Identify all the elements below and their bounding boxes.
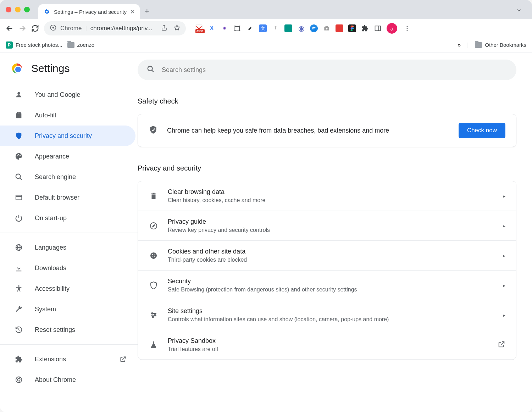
sidebar-item-appearance[interactable]: Appearance (0, 146, 135, 167)
svg-point-16 (351, 29, 353, 31)
launch-icon (118, 355, 128, 364)
svg-point-13 (352, 26, 354, 27)
row-clear-browsing-data[interactable]: Clear browsing data Clear history, cooki… (138, 181, 516, 211)
power-icon (14, 213, 23, 223)
safety-check-card: Chrome can help keep you safe from data … (138, 114, 516, 147)
site-info-icon[interactable] (50, 24, 57, 33)
extensions-row: 4531 X ✺ 文 ◉ (195, 24, 382, 32)
address-bar[interactable]: Chrome | chrome://settings/priv... (44, 21, 186, 35)
svg-marker-43 (153, 225, 155, 227)
settings-header: Settings (0, 59, 138, 84)
minimize-window-button[interactable] (15, 7, 21, 12)
settings-page: Settings You and Google Auto-fill Privac… (0, 52, 532, 412)
tab-title: Settings – Privacy and security (54, 9, 127, 15)
search-input[interactable] (162, 66, 507, 74)
svg-point-40 (148, 66, 153, 71)
svg-point-34 (18, 285, 20, 287)
sidebar-item-system[interactable]: System (0, 299, 135, 319)
svg-rect-17 (375, 26, 381, 30)
row-site-settings[interactable]: Site settings Controls what information … (138, 300, 516, 330)
ext-burst-icon[interactable]: ✺ (221, 24, 228, 32)
other-bookmarks-button[interactable]: Other Bookmarks (475, 42, 526, 48)
search-icon (14, 172, 23, 182)
gear-icon (43, 8, 50, 15)
svg-line-27 (20, 178, 22, 180)
bookmark-item-zoenzo[interactable]: zoenzo (67, 42, 94, 48)
ext-eyedropper-icon[interactable] (246, 24, 254, 32)
flask-icon (149, 340, 159, 350)
tune-icon (149, 310, 159, 320)
ext-teal-icon[interactable] (284, 24, 292, 32)
svg-point-15 (352, 27, 354, 29)
settings-search[interactable] (138, 60, 516, 80)
window-controls (6, 7, 30, 12)
share-icon[interactable] (161, 24, 167, 32)
sidebar-item-default-browser[interactable]: Default browser (0, 187, 135, 208)
sidebar-item-reset[interactable]: Reset settings (0, 319, 135, 340)
bookmark-item-pexels[interactable]: P Free stock photos... (6, 41, 62, 49)
sidebar-item-extensions[interactable]: Extensions (0, 349, 135, 369)
row-privacy-sandbox[interactable]: Privacy Sandbox Trial features are off (138, 330, 516, 360)
forward-button[interactable] (18, 24, 26, 32)
tab-bar: Settings – Privacy and security ✕ + (0, 0, 532, 19)
shield-icon (14, 131, 23, 140)
browser-tab[interactable]: Settings – Privacy and security ✕ (38, 4, 140, 19)
sidebar-item-privacy[interactable]: Privacy and security (0, 126, 135, 146)
nav-group-1: You and Google Auto-fill Privacy and sec… (0, 84, 138, 233)
bookmark-star-icon[interactable] (174, 24, 180, 32)
svg-point-54 (152, 316, 154, 318)
trash-icon (149, 191, 159, 201)
browser-menu-button[interactable] (402, 23, 412, 33)
close-window-button[interactable] (6, 7, 11, 12)
privacy-section-header: Privacy and security (138, 164, 516, 172)
folder-icon (67, 42, 74, 48)
ext-x-icon[interactable]: X (208, 24, 216, 32)
svg-point-22 (17, 92, 20, 95)
svg-marker-5 (174, 25, 180, 30)
ext-gmail-icon[interactable]: 4531 (195, 24, 203, 32)
globe-icon (14, 243, 23, 252)
sidebar-item-autofill[interactable]: Auto-fill (0, 105, 135, 126)
wrench-icon (14, 305, 23, 314)
reload-button[interactable] (31, 24, 39, 32)
row-privacy-guide[interactable]: Privacy guide Review key privacy and sec… (138, 211, 516, 241)
tab-overflow-button[interactable] (516, 7, 526, 15)
sidebar-item-about[interactable]: About Chrome (0, 369, 135, 390)
sidebar-item-languages[interactable]: Languages (0, 237, 135, 258)
ext-translate-icon[interactable]: 文 (259, 24, 267, 32)
ext-figma-icon[interactable] (348, 24, 356, 32)
sidebar-item-downloads[interactable]: Downloads (0, 258, 135, 278)
search-icon (147, 65, 155, 74)
row-cookies[interactable]: Cookies and other site data Third-party … (138, 241, 516, 271)
ext-frame-icon[interactable] (233, 24, 241, 32)
back-button[interactable] (6, 24, 13, 32)
close-tab-button[interactable]: ✕ (130, 9, 135, 15)
safety-check-text: Chrome can help keep you safe from data … (167, 127, 389, 134)
extensions-puzzle-icon[interactable] (361, 24, 369, 32)
svg-point-11 (326, 28, 328, 29)
side-panel-icon[interactable] (374, 24, 382, 32)
row-security[interactable]: Security Safe Browsing (protection from … (138, 271, 516, 300)
profile-avatar[interactable]: a (387, 23, 397, 34)
ext-similar-icon[interactable]: ◉ (297, 24, 305, 32)
privacy-list: Clear browsing data Clear history, cooki… (138, 181, 516, 360)
new-tab-button[interactable]: + (145, 7, 149, 16)
sidebar-item-search-engine[interactable]: Search engine (0, 167, 135, 187)
url-scheme: Chrome (60, 25, 82, 32)
ext-upload-icon[interactable] (272, 24, 279, 32)
svg-point-53 (154, 314, 156, 316)
svg-point-24 (18, 154, 19, 155)
sidebar-item-accessibility[interactable]: Accessibility (0, 278, 135, 299)
maximize-window-button[interactable] (24, 7, 30, 12)
chrome-logo-icon (12, 63, 22, 73)
chrome-outline-icon (14, 375, 23, 384)
bookmarks-overflow-button[interactable]: » (458, 42, 461, 48)
ext-bank-icon[interactable] (310, 24, 318, 32)
bookmarks-bar: P Free stock photos... zoenzo » | Other … (0, 38, 532, 52)
sidebar-item-you-google[interactable]: You and Google (0, 84, 135, 105)
ext-red-icon[interactable] (336, 24, 343, 32)
svg-point-52 (151, 313, 153, 314)
ext-camera-icon[interactable] (323, 24, 331, 32)
sidebar-item-on-startup[interactable]: On start-up (0, 208, 135, 228)
check-now-button[interactable]: Check now (459, 123, 505, 138)
